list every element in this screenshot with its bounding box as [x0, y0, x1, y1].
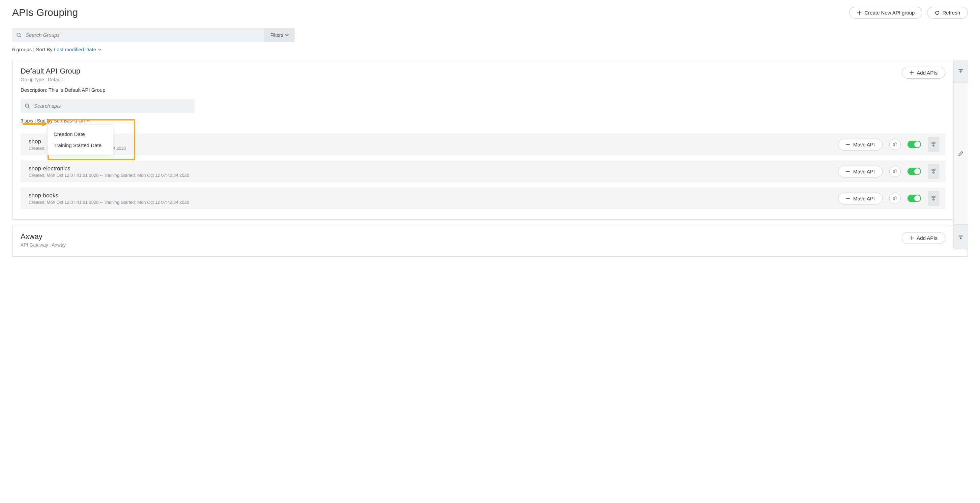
search-icon: [21, 103, 34, 109]
minus-icon: [846, 169, 850, 173]
api-row-shop-electronics: shop-electronics Created: Mon Oct 12 07:…: [21, 161, 945, 182]
move-api-label: Move API: [853, 169, 875, 174]
sort-option-training-started-date[interactable]: Training Started Date: [48, 140, 113, 151]
add-apis-label: Add APIs: [916, 235, 937, 241]
refresh-icon: [935, 10, 940, 15]
group-card-axway: Axway API Gateway : Axway Add APIs: [12, 225, 968, 257]
search-apis-bar: [21, 99, 194, 113]
groups-count-row: 6 groups | Sort By Last modified Date: [12, 46, 968, 52]
expand-api-button[interactable]: [928, 191, 939, 206]
chevron-down-icon: [98, 48, 102, 51]
api-enable-toggle[interactable]: [907, 141, 921, 148]
apis-sort-label: Sort Based On: [54, 118, 85, 123]
sort-dropdown: Creation Date Training Started Date: [47, 124, 113, 155]
group-subtitle: GroupType : Default: [21, 77, 105, 82]
analytics-button[interactable]: [889, 193, 901, 204]
chart-icon: [892, 196, 898, 201]
search-groups-input[interactable]: [25, 28, 264, 42]
move-api-label: Move API: [853, 142, 875, 147]
plus-icon: [910, 70, 914, 75]
minus-icon: [846, 142, 850, 147]
filters-button[interactable]: Filters: [264, 28, 294, 42]
search-groups-bar: Filters: [12, 28, 294, 42]
move-api-label: Move API: [853, 196, 875, 201]
group-card-default: Default API Group GroupType : Default De…: [12, 60, 968, 220]
analytics-button[interactable]: [889, 139, 901, 150]
group-description: Description: This is Default API Group: [21, 87, 105, 93]
collapse-group-button[interactable]: [954, 60, 968, 83]
refresh-label: Refresh: [942, 10, 960, 16]
refresh-button[interactable]: Refresh: [927, 7, 968, 19]
group-title: Axway: [21, 232, 66, 241]
add-apis-label: Add APIs: [916, 70, 937, 75]
group-title: Default API Group: [21, 67, 105, 75]
chart-icon: [892, 142, 898, 147]
pencil-icon: [958, 150, 964, 156]
apis-count-row: 3 apis | Sort By Sort Based On: [21, 118, 959, 123]
api-row-shop: shop Created: Mo g Started: Mon Oct 12 0…: [21, 134, 945, 155]
expand-down-icon: [958, 234, 964, 240]
groups-sort-label: Last modified Date: [54, 46, 96, 52]
filters-label: Filters: [270, 32, 283, 38]
search-apis-input[interactable]: [34, 99, 194, 113]
chevron-up-icon: [87, 119, 90, 123]
sort-option-creation-date[interactable]: Creation Date: [48, 129, 113, 140]
page-title: APIs Grouping: [12, 7, 78, 18]
chevron-down-icon: [285, 34, 289, 37]
api-name: shop-books: [29, 192, 189, 199]
analytics-button[interactable]: [889, 166, 901, 177]
plus-icon: [910, 236, 914, 240]
expand-group-button[interactable]: [954, 225, 968, 249]
search-icon: [12, 32, 25, 38]
create-api-group-button[interactable]: Create New API group: [849, 7, 922, 19]
annotation-arrow-icon: [22, 120, 49, 128]
minus-icon: [846, 196, 850, 200]
expand-api-button[interactable]: [928, 137, 939, 152]
move-api-button[interactable]: Move API: [838, 139, 883, 150]
groups-sort-link[interactable]: Last modified Date: [54, 46, 102, 52]
api-enable-toggle[interactable]: [907, 168, 921, 175]
collapse-up-icon: [958, 68, 964, 74]
move-api-button[interactable]: Move API: [838, 193, 883, 204]
api-meta: Created: Mon Oct 12 07:41:01 2020 -- Tra…: [29, 173, 189, 178]
expand-down-icon: [931, 142, 936, 147]
add-apis-button[interactable]: Add APIs: [902, 67, 945, 78]
api-meta: Created: Mon Oct 12 07:41:01 2020 -- Tra…: [29, 200, 189, 205]
api-name: shop-electronics: [29, 165, 189, 172]
groups-count-text: 6 groups | Sort By: [12, 46, 52, 52]
create-api-group-label: Create New API group: [864, 10, 915, 16]
group-subtitle: API Gateway : Axway: [21, 242, 66, 248]
add-apis-button[interactable]: Add APIs: [902, 232, 945, 244]
expand-down-icon: [931, 196, 936, 201]
api-row-shop-books: shop-books Created: Mon Oct 12 07:41:01 …: [21, 188, 945, 209]
edit-group-button[interactable]: [954, 83, 968, 225]
expand-down-icon: [931, 169, 936, 174]
plus-icon: [857, 10, 862, 15]
api-enable-toggle[interactable]: [907, 195, 921, 202]
expand-api-button[interactable]: [928, 164, 939, 179]
chart-icon: [892, 169, 898, 174]
move-api-button[interactable]: Move API: [838, 166, 883, 177]
